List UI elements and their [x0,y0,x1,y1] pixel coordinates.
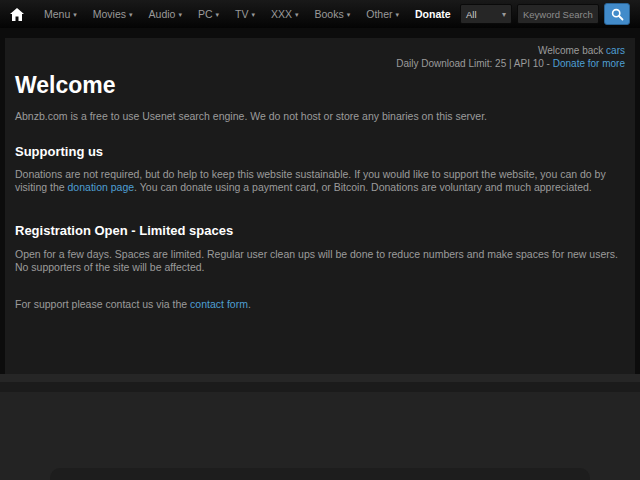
nav-item-xxx[interactable]: XXX ▾ [263,0,307,28]
nav-item-pc[interactable]: PC ▾ [190,0,227,28]
registration-text: Open for a few days. Spaces are limited.… [15,248,625,274]
download-limit-text: Daily Download Limit: 25 | API 10 - [396,58,553,69]
navbar: Menu ▾ Movies ▾ Audio ▾ PC ▾ TV ▾ XXX ▾ … [0,0,640,28]
nav-item-label: Donate [415,8,451,20]
nav-item-label: Audio [149,8,176,20]
welcome-back-text: Welcome back [538,45,606,56]
supporting-us-text: Donations are not required, but do help … [15,168,625,194]
chevron-down-icon: ▾ [295,11,299,18]
page-title: Welcome [15,72,625,98]
nav-item-label: Books [315,8,344,20]
donation-page-link[interactable]: donation page [68,181,135,193]
contact-text-before: For support please contact us via the [15,298,190,310]
footer-panel [50,468,590,480]
donate-for-more-link[interactable]: Donate for more [553,58,625,69]
chevron-down-icon: ▾ [216,11,220,18]
navbar-shadow-strip [0,28,640,38]
chevron-down-icon: ▾ [395,11,399,18]
nav-item-donate[interactable]: Donate [407,0,459,28]
user-info: Welcome back cars Daily Download Limit: … [15,44,625,70]
home-icon [10,8,24,21]
category-select-value: All [466,9,477,20]
chevron-down-icon: ▾ [129,11,133,18]
nav-item-label: PC [198,8,213,20]
nav-item-tv[interactable]: TV ▾ [227,0,263,28]
search-button[interactable] [604,3,630,25]
main-wrap: Welcome back cars Daily Download Limit: … [0,38,640,374]
supporting-us-heading: Supporting us [15,145,625,159]
nav-item-other[interactable]: Other ▾ [358,0,407,28]
chevron-down-icon: ▾ [251,11,255,18]
welcome-back-line: Welcome back cars [15,44,625,57]
nav-item-label: Movies [93,8,126,20]
registration-heading: Registration Open - Limited spaces [15,224,625,238]
username-link[interactable]: cars [606,45,625,56]
supporting-text-after: . You can donate using a payment card, o… [134,181,592,193]
contact-text-after: . [248,298,251,310]
nav-item-audio[interactable]: Audio ▾ [141,0,190,28]
chevron-down-icon: ▾ [73,11,77,18]
nav-item-menu[interactable]: Menu ▾ [36,0,85,28]
divider-bar [0,382,640,392]
nav-item-label: Menu [44,8,70,20]
nav-item-label: TV [235,8,248,20]
search-icon [611,8,624,21]
nav-item-movies[interactable]: Movies ▾ [85,0,141,28]
search-input[interactable] [517,4,599,24]
page-gap [0,374,640,382]
home-button[interactable] [10,8,24,21]
content-panel: Welcome back cars Daily Download Limit: … [5,38,635,374]
category-select[interactable]: All ▾ [460,4,512,24]
intro-text: Abnzb.com is a free to use Usenet search… [15,110,625,123]
chevron-down-icon: ▾ [178,11,182,18]
download-limit-line: Daily Download Limit: 25 | API 10 - Dona… [15,57,625,70]
lower-area [0,392,640,480]
chevron-down-icon: ▾ [347,11,351,18]
nav-item-books[interactable]: Books ▾ [307,0,359,28]
page: Menu ▾ Movies ▾ Audio ▾ PC ▾ TV ▾ XXX ▾ … [0,0,640,480]
nav-item-label: Other [366,8,392,20]
contact-text: For support please contact us via the co… [15,298,625,311]
contact-form-link[interactable]: contact form [190,298,248,310]
nav-item-label: XXX [271,8,292,20]
select-caret-icon: ▾ [502,10,506,19]
search-form: All ▾ [460,3,630,25]
